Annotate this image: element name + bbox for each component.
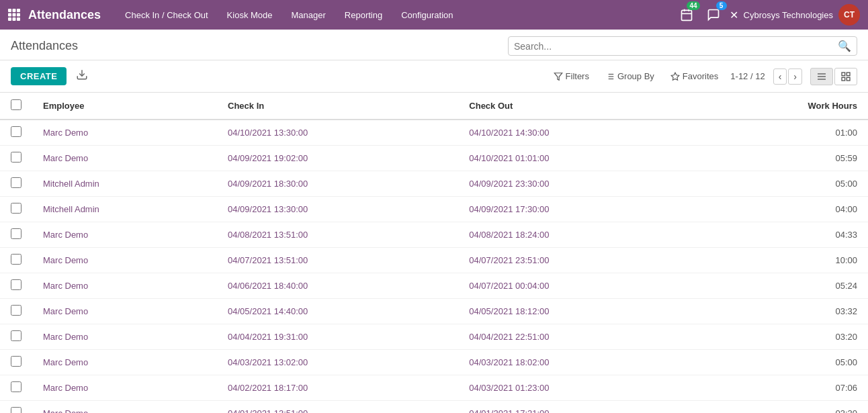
favorites-btn[interactable]: Favorites <box>666 68 722 84</box>
nav-menu-item-manager[interactable]: Manager <box>284 6 334 24</box>
row-checkbox-10[interactable] <box>11 381 21 392</box>
grid-icon[interactable] <box>8 9 20 21</box>
favorites-label: Favorites <box>683 71 718 81</box>
checkin-cell[interactable]: 04/01/2021 13:51:00 <box>217 401 458 414</box>
select-all-checkbox[interactable] <box>11 99 21 110</box>
svg-rect-6 <box>8 17 11 21</box>
workhours-cell: 05:59 <box>700 146 868 171</box>
row-checkbox-1[interactable] <box>11 152 21 163</box>
next-page-btn[interactable]: › <box>788 68 802 85</box>
avatar[interactable]: CT <box>838 4 860 26</box>
svg-rect-8 <box>17 17 20 21</box>
checkin-cell[interactable]: 04/06/2021 18:40:00 <box>217 273 458 299</box>
checkout-cell[interactable]: 04/03/2021 01:23:00 <box>458 375 699 401</box>
workhours-cell: 01:00 <box>700 120 868 146</box>
workhours-cell: 03:32 <box>700 299 868 324</box>
row-checkbox-5[interactable] <box>11 254 21 265</box>
svg-rect-0 <box>8 9 11 12</box>
svg-rect-9 <box>681 10 691 20</box>
grid-view-btn[interactable] <box>834 68 857 85</box>
page-title: Attendances <box>11 39 78 53</box>
row-checkbox-3[interactable] <box>11 203 21 214</box>
app-title: Attendances <box>28 8 101 22</box>
row-checkbox-6[interactable] <box>11 279 21 290</box>
checkin-cell[interactable]: 04/08/2021 13:51:00 <box>217 222 458 248</box>
calendar-badge-btn[interactable]: 44 <box>676 4 697 26</box>
employee-cell[interactable]: Mitchell Admin <box>32 197 217 222</box>
checkout-cell[interactable]: 04/07/2021 23:51:00 <box>458 248 699 273</box>
row-checkbox-8[interactable] <box>11 330 21 341</box>
workhours-cell: 03:20 <box>700 324 868 350</box>
checkin-cell[interactable]: 04/04/2021 19:31:00 <box>217 324 458 350</box>
attendance-table: Employee Check In Check Out Work Hours M… <box>0 93 868 413</box>
table-row: Marc Demo 04/09/2021 19:02:00 04/10/2021… <box>0 146 868 171</box>
checkin-cell[interactable]: 04/10/2021 13:30:00 <box>217 120 458 146</box>
checkin-cell[interactable]: 04/02/2021 18:17:00 <box>217 375 458 401</box>
row-checkbox-11[interactable] <box>11 407 21 413</box>
employee-cell[interactable]: Marc Demo <box>32 350 217 375</box>
svg-marker-14 <box>554 73 562 80</box>
list-view-btn[interactable] <box>810 68 833 85</box>
nav-menu-item-check-in---check-out[interactable]: Check In / Check Out <box>117 6 216 24</box>
chat-badge-btn[interactable]: 5 <box>703 4 724 26</box>
employee-cell[interactable]: Marc Demo <box>32 222 217 248</box>
nav-right: 44 5 ✕ Cybrosys Technologies CT <box>676 4 860 26</box>
checkout-cell[interactable]: 04/10/2021 14:30:00 <box>458 120 699 146</box>
checkin-cell[interactable]: 04/05/2021 14:40:00 <box>217 299 458 324</box>
nav-menu-item-reporting[interactable]: Reporting <box>337 6 390 24</box>
prev-page-btn[interactable]: ‹ <box>773 68 787 85</box>
filters-btn[interactable]: Filters <box>550 68 593 84</box>
row-checkbox-9[interactable] <box>11 356 21 367</box>
row-checkbox-2[interactable] <box>11 177 21 188</box>
employee-cell[interactable]: Marc Demo <box>32 273 217 299</box>
svg-rect-2 <box>17 9 20 12</box>
top-nav: Attendances Check In / Check OutKiosk Mo… <box>0 0 868 30</box>
employee-cell[interactable]: Marc Demo <box>32 299 217 324</box>
employee-cell[interactable]: Mitchell Admin <box>32 171 217 197</box>
col-checkin: Check In <box>217 93 458 120</box>
workhours-cell: 04:33 <box>700 222 868 248</box>
row-checkbox-7[interactable] <box>11 305 21 316</box>
checkout-cell[interactable]: 04/01/2021 17:21:00 <box>458 401 699 414</box>
row-checkbox-4[interactable] <box>11 228 21 239</box>
table-row: Marc Demo 04/03/2021 13:02:00 04/03/2021… <box>0 350 868 375</box>
svg-marker-21 <box>671 73 679 80</box>
nav-menu-item-configuration[interactable]: Configuration <box>393 6 461 24</box>
checkout-cell[interactable]: 04/09/2021 17:30:00 <box>458 197 699 222</box>
search-icon[interactable]: 🔍 <box>838 40 851 52</box>
svg-rect-4 <box>13 13 16 17</box>
checkout-cell[interactable]: 04/08/2021 18:24:00 <box>458 222 699 248</box>
close-icon[interactable]: ✕ <box>730 9 738 21</box>
employee-cell[interactable]: Marc Demo <box>32 146 217 171</box>
employee-cell[interactable]: Marc Demo <box>32 324 217 350</box>
employee-cell[interactable]: Marc Demo <box>32 401 217 414</box>
groupby-label: Group By <box>617 71 654 81</box>
checkout-cell[interactable]: 04/10/2021 01:01:00 <box>458 146 699 171</box>
checkin-cell[interactable]: 04/09/2021 13:30:00 <box>217 197 458 222</box>
checkin-cell[interactable]: 04/09/2021 18:30:00 <box>217 171 458 197</box>
checkin-cell[interactable]: 04/03/2021 13:02:00 <box>217 350 458 375</box>
col-employee: Employee <box>32 93 217 120</box>
search-input[interactable] <box>514 41 838 52</box>
employee-cell[interactable]: Marc Demo <box>32 375 217 401</box>
row-checkbox-0[interactable] <box>11 126 21 137</box>
checkout-cell[interactable]: 04/05/2021 18:12:00 <box>458 299 699 324</box>
workhours-cell: 03:30 <box>700 401 868 414</box>
page-header: Attendances 🔍 <box>0 30 868 60</box>
download-button[interactable] <box>72 66 92 87</box>
checkout-cell[interactable]: 04/07/2021 00:04:00 <box>458 273 699 299</box>
groupby-btn[interactable]: Group By <box>601 68 658 84</box>
table-row: Marc Demo 04/05/2021 14:40:00 04/05/2021… <box>0 299 868 324</box>
employee-cell[interactable]: Marc Demo <box>32 248 217 273</box>
employee-cell[interactable]: Marc Demo <box>32 120 217 146</box>
create-button[interactable]: CREATE <box>11 67 67 85</box>
checkout-cell[interactable]: 04/04/2021 22:51:00 <box>458 324 699 350</box>
checkout-cell[interactable]: 04/03/2021 18:02:00 <box>458 350 699 375</box>
nav-menu-item-kiosk-mode[interactable]: Kiosk Mode <box>219 6 281 24</box>
checkin-cell[interactable]: 04/07/2021 13:51:00 <box>217 248 458 273</box>
pagination-info: 1-12 / 12 <box>730 71 765 81</box>
svg-rect-26 <box>847 73 850 76</box>
table-row: Marc Demo 04/06/2021 18:40:00 04/07/2021… <box>0 273 868 299</box>
checkout-cell[interactable]: 04/09/2021 23:30:00 <box>458 171 699 197</box>
checkin-cell[interactable]: 04/09/2021 19:02:00 <box>217 146 458 171</box>
